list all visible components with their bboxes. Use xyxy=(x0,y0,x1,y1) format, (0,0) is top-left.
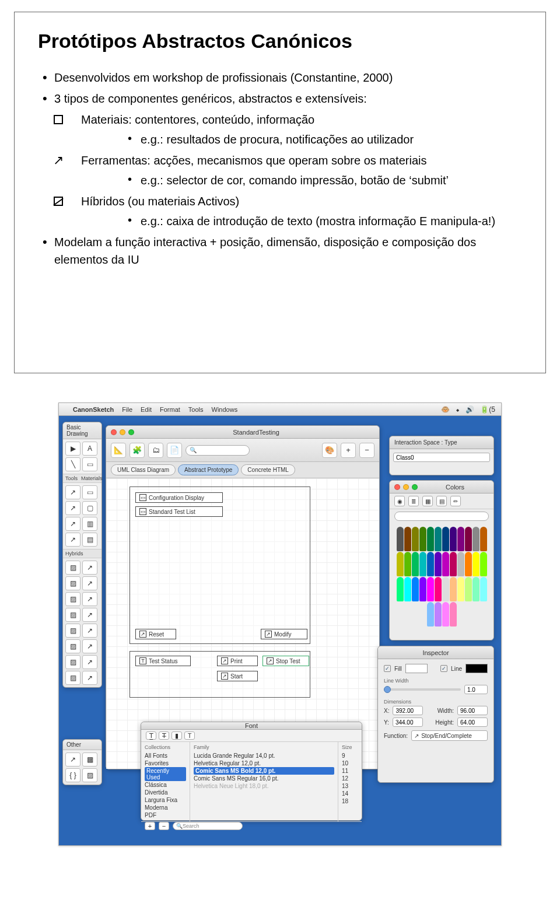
crayon-swatch[interactable] xyxy=(412,577,419,601)
linewidth-input[interactable] xyxy=(464,685,488,694)
tool-icon[interactable]: ↗ xyxy=(65,501,80,515)
width-input[interactable] xyxy=(457,706,488,715)
hybrid-icon[interactable]: ↗ xyxy=(82,561,97,575)
text-tool-icon[interactable]: A xyxy=(82,442,97,456)
minimize-icon[interactable] xyxy=(120,429,125,435)
crayon-swatch[interactable] xyxy=(435,602,442,626)
fill-checkbox[interactable]: ✓ xyxy=(384,665,391,672)
zoom-out-button[interactable]: − xyxy=(359,443,374,458)
crayon-swatch[interactable] xyxy=(412,552,419,576)
crayon-swatch[interactable] xyxy=(404,577,411,601)
menu-tools[interactable]: Tools xyxy=(188,406,204,413)
function-select[interactable]: ↗ Stop/End/Complete xyxy=(411,730,488,741)
crayon-swatch[interactable] xyxy=(450,552,457,576)
crayon-swatch[interactable] xyxy=(419,577,426,601)
hybrid-icon[interactable]: ↗ xyxy=(82,655,97,669)
palette-basic-drawing[interactable]: Basic Drawing ▶ A ╲ ▭ ToolsMaterials ↗▭ … xyxy=(62,422,102,688)
crayon-swatch[interactable] xyxy=(457,577,464,601)
crayon-swatch[interactable] xyxy=(435,577,442,601)
collection-item[interactable]: Moderna xyxy=(145,804,186,811)
app-name[interactable]: CanonSketch xyxy=(73,406,114,413)
other-tool-icon[interactable]: ↗ xyxy=(65,752,80,766)
hybrid-icon[interactable]: ↗ xyxy=(82,671,97,685)
zoom-icon[interactable] xyxy=(412,484,418,490)
box-print[interactable]: ↗Print xyxy=(217,656,258,666)
minimize-icon[interactable] xyxy=(403,484,409,490)
menu-edit[interactable]: Edit xyxy=(141,406,152,413)
linewidth-slider[interactable] xyxy=(384,688,461,691)
crayon-swatch[interactable] xyxy=(473,552,480,576)
hybrid-icon[interactable]: ▨ xyxy=(65,655,80,669)
color-picker-icon[interactable]: 🎨 xyxy=(322,443,337,458)
hybrid-icon[interactable]: ↗ xyxy=(82,639,97,653)
family-item[interactable]: Helvetica Regular 12,0 pt. xyxy=(194,760,334,767)
collection-item[interactable]: All Fonts xyxy=(145,752,186,760)
material-icon[interactable]: ▭ xyxy=(82,485,97,499)
crayon-swatch[interactable] xyxy=(480,552,487,576)
crayon-swatch[interactable] xyxy=(465,577,472,601)
battery-icon[interactable]: 🔋(5 xyxy=(480,405,495,414)
box-stop-test[interactable]: ↗Stop Test xyxy=(262,656,309,666)
box-modify[interactable]: ↗Modify xyxy=(261,629,307,639)
crayon-swatch[interactable] xyxy=(473,527,480,551)
crayon-swatch[interactable] xyxy=(435,552,442,576)
hybrid-icon[interactable]: ↗ xyxy=(82,592,97,606)
color-palettes-icon[interactable]: ▦ xyxy=(422,496,433,506)
crayon-swatch[interactable] xyxy=(397,577,404,601)
collection-item[interactable]: PDF xyxy=(145,811,186,819)
character-viewer-icon[interactable]: ⬥ xyxy=(456,405,460,414)
crayon-swatch[interactable] xyxy=(404,527,411,551)
box-reset[interactable]: ↗Reset xyxy=(135,629,176,639)
size-item[interactable]: 13 xyxy=(342,782,358,790)
crayon-swatch[interactable] xyxy=(435,527,442,551)
tool-icon[interactable]: ↗ xyxy=(65,517,80,531)
color-crayons-icon[interactable]: ✏ xyxy=(450,496,461,506)
box-start[interactable]: ↗Start xyxy=(217,671,258,681)
box-standard-test-list[interactable]: ▭Standard Test List xyxy=(135,506,223,517)
crayon-grid[interactable] xyxy=(390,523,494,632)
tool-icon[interactable]: ↗ xyxy=(65,485,80,499)
zoom-in-button[interactable]: + xyxy=(341,443,356,458)
hybrid-icon[interactable]: ▨ xyxy=(65,608,80,622)
hybrid-icon[interactable]: ↗ xyxy=(82,576,97,590)
crayon-swatch[interactable] xyxy=(442,602,449,626)
finder-icon[interactable]: 🐵 xyxy=(441,405,450,414)
collection-item[interactable]: Clássica xyxy=(145,781,186,789)
y-input[interactable] xyxy=(393,718,423,727)
crayon-swatch[interactable] xyxy=(404,552,411,576)
family-item[interactable]: Lucida Grande Regular 14,0 pt. xyxy=(194,752,334,760)
size-item[interactable]: 12 xyxy=(342,775,358,782)
type-input[interactable] xyxy=(393,453,490,462)
strike-button[interactable]: T̶ xyxy=(159,732,169,740)
add-button[interactable]: + xyxy=(145,822,155,830)
crayon-swatch[interactable] xyxy=(450,527,457,551)
hybrid-icon[interactable]: ↗ xyxy=(82,608,97,622)
box-config-display[interactable]: ▭Configuration Display xyxy=(135,492,223,503)
tab-uml[interactable]: UML Class Diagram xyxy=(111,464,176,475)
size-item[interactable]: 9 xyxy=(342,752,358,760)
line-tool-icon[interactable]: ╲ xyxy=(65,457,80,471)
crayon-swatch[interactable] xyxy=(412,527,419,551)
x-input[interactable] xyxy=(393,706,423,715)
size-item[interactable]: 14 xyxy=(342,790,358,797)
color-spectrum-icon[interactable]: ▤ xyxy=(436,496,447,506)
menu-windows[interactable]: Windows xyxy=(212,406,238,413)
crayon-swatch[interactable] xyxy=(457,552,464,576)
material-icon[interactable]: ▥ xyxy=(82,517,97,531)
menu-file[interactable]: File xyxy=(122,406,132,413)
crayon-swatch[interactable] xyxy=(465,527,472,551)
collection-item[interactable]: Largura Fixa xyxy=(145,796,186,804)
toolbar-btn-icon[interactable]: 📄 xyxy=(167,443,182,458)
underline-button[interactable]: T̲ xyxy=(146,732,156,740)
fill-swatch[interactable] xyxy=(405,664,428,673)
toolbar-btn-icon[interactable]: 🧩 xyxy=(130,443,145,458)
font-search-input[interactable]: 🔍 Search xyxy=(173,822,243,830)
menu-format[interactable]: Format xyxy=(160,406,180,413)
close-icon[interactable] xyxy=(394,484,400,490)
doc-titlebar[interactable]: StandardTesting xyxy=(106,426,379,439)
tab-concrete-html[interactable]: Concrete HTML xyxy=(241,464,295,475)
crayon-swatch[interactable] xyxy=(427,527,434,551)
crayon-swatch[interactable] xyxy=(442,577,449,601)
crayon-swatch[interactable] xyxy=(465,552,472,576)
other-tool-icon[interactable]: ▨ xyxy=(82,768,97,782)
